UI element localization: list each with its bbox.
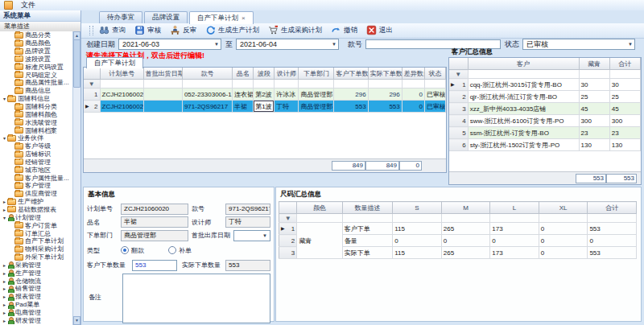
sidebar-item-业务伙伴[interactable]: ▾业务伙伴 — [0, 134, 73, 142]
column-header-差异数量[interactable]: 差异数量 — [402, 68, 424, 80]
sidebar-item-面辅料颜色[interactable]: 面辅料颜色 — [0, 110, 73, 118]
customer-total-cell[interactable]: 25 — [609, 91, 640, 103]
sidebar-item-Pad菜单[interactable]: ▸Pad菜单 — [0, 301, 73, 309]
customer-qty-cell[interactable]: 45 — [579, 103, 609, 115]
toolbar-button-生成采购计划[interactable]: 生成采购计划 — [268, 25, 322, 37]
cell[interactable]: 商品管理部 — [299, 88, 334, 101]
customer-qty-cell[interactable]: 300 — [579, 115, 609, 127]
size-qty-cell[interactable]: 0 — [441, 235, 490, 247]
cell[interactable]: 0 — [402, 101, 424, 113]
actual-qty-field[interactable]: 553 — [225, 260, 270, 271]
filter-cell[interactable] — [393, 214, 442, 223]
filter-funnel-icon[interactable]: ▼ — [84, 80, 100, 88]
cell[interactable]: 商品管理部 — [299, 101, 334, 113]
inner-tab-order-plan[interactable]: 自产下单计划 — [86, 57, 143, 68]
customer-row-5[interactable]: 5ssm-浙江杭州-订货专用-BO2323 — [449, 127, 641, 139]
cell[interactable] — [143, 88, 182, 101]
close-icon[interactable]: × — [242, 15, 246, 22]
tab-待办事宜[interactable]: 待办事宜 — [99, 11, 142, 23]
sidebar-item-基础数据报表[interactable]: ▸基础数据报表 — [0, 206, 73, 214]
sidebar-item-计划管理[interactable]: ▾计划管理 — [0, 213, 73, 221]
sidebar-item-品牌设置[interactable]: 品牌设置 — [0, 47, 73, 56]
column-header-计划单号[interactable]: 计划单号 — [100, 68, 143, 80]
column-header-合计[interactable]: 合计 — [609, 58, 640, 70]
qty-desc-cell[interactable]: 客户下单 — [342, 223, 393, 235]
column-header-下单部门[interactable]: 下单部门 — [299, 68, 334, 80]
chevron-open-icon[interactable]: ▾ — [2, 96, 7, 101]
sidebar-item-客户等级[interactable]: 客户等级 — [0, 142, 73, 150]
cell[interactable]: 第2波 — [254, 88, 275, 101]
date-to-combo[interactable]: 2021-06-04 ▼ — [236, 39, 339, 50]
product-field[interactable]: 半裙 — [121, 216, 188, 228]
customer-total-cell[interactable]: 130 — [609, 139, 640, 151]
tab-自产下单计划[interactable]: 自产下单计划× — [189, 11, 254, 24]
order-row-2[interactable]: ▶2ZCJH21060020971-2QS96217半裙第1波丁特商品管理部55… — [84, 101, 446, 113]
cell[interactable]: 许冰冰 — [275, 88, 299, 101]
row-indicator[interactable]: 6 — [449, 139, 468, 151]
order-row-1[interactable]: 1ZCJH21060024052-23303006-1连衣裙第2波许冰冰商品管理… — [84, 88, 446, 101]
row-indicator[interactable]: ▶1 — [279, 223, 297, 235]
tab-品牌设置[interactable]: 品牌设置 — [144, 11, 188, 23]
sidebar-item-客户订货单[interactable]: 客户订货单 — [0, 221, 73, 229]
cell[interactable]: 丁特 — [275, 101, 299, 113]
row-indicator[interactable]: 5 — [449, 127, 468, 139]
filter-cell[interactable] — [539, 214, 588, 223]
sidebar-item-外采下单计划[interactable]: 外采下单计划 — [0, 253, 73, 261]
chevron-closed-icon[interactable]: ▸ — [2, 207, 7, 212]
cell[interactable]: 296 — [368, 88, 402, 101]
style-no-field[interactable]: 971-2QS96217 — [225, 204, 270, 215]
sidebar-item-商品属性批量...[interactable]: 商品属性批量... — [0, 79, 73, 87]
size-qty-cell[interactable]: 265 — [441, 247, 490, 259]
designer-field[interactable]: 丁特 — [225, 216, 270, 228]
sidebar-item-尺码组定义[interactable]: 尺码组定义 — [0, 71, 73, 79]
cell[interactable]: 0 — [402, 88, 424, 101]
cell[interactable]: 连衣裙 — [233, 88, 254, 101]
cell[interactable]: 已审核 — [424, 101, 445, 113]
column-header-颜色[interactable]: 颜色 — [297, 202, 343, 214]
filter-cell[interactable] — [233, 80, 254, 88]
filter-cell[interactable] — [299, 80, 334, 88]
cell[interactable]: 半裙 — [233, 101, 254, 113]
size-qty-cell[interactable]: 0 — [588, 235, 637, 247]
sidebar-item-采购管理[interactable]: ▸采购管理 — [0, 261, 73, 269]
filter-cell[interactable] — [441, 214, 490, 223]
filter-cell[interactable] — [402, 80, 424, 88]
toolbar-button-查询[interactable]: 查询 — [99, 25, 126, 37]
customer-row-2[interactable]: 2qjr-浙江杭州-清江订货专用-BO2525 — [449, 91, 641, 103]
filter-cell[interactable] — [490, 214, 539, 223]
filter-cell[interactable] — [334, 80, 368, 88]
sidebar-item-生产维护[interactable]: ▸生产维护 — [0, 198, 73, 206]
chevron-open-icon[interactable]: ▾ — [2, 135, 7, 141]
sidebar-item-面辅料分类[interactable]: 面辅料分类 — [0, 103, 73, 111]
dept-field[interactable]: 商品管理部 — [121, 230, 188, 241]
filter-cell[interactable] — [182, 80, 232, 88]
filter-cell[interactable] — [588, 214, 637, 223]
column-header-波段[interactable]: 波段 — [254, 68, 275, 80]
cell[interactable]: ZCJH21060024 — [100, 88, 143, 101]
sidebar-item-订单汇总[interactable]: 订单汇总 — [0, 229, 73, 237]
customer-total-cell[interactable]: 45 — [609, 103, 640, 115]
customer-name-cell[interactable]: xzz_新中州4033-4035店铺 — [468, 103, 579, 115]
type-option2-label[interactable]: 补单 — [179, 246, 192, 255]
customer-name-cell[interactable]: sww-浙江杭州-6100订货专用-PO — [468, 115, 579, 127]
sidebar-item-研发管理[interactable]: ▸研发管理 — [0, 316, 73, 324]
sidebar-item-商品信息[interactable]: 商品信息 — [0, 87, 73, 95]
column-header-数量描述[interactable]: 数量描述 — [342, 202, 393, 214]
column-header-藏青[interactable]: 藏青 — [579, 58, 609, 70]
column-header-实际下单数量[interactable]: 实际下单数量 — [368, 68, 402, 80]
column-header-L[interactable]: L — [490, 202, 539, 214]
toolbar-button-退出[interactable]: 退出 — [366, 25, 393, 37]
sidebar-item-商品颜色[interactable]: 商品颜色 — [0, 39, 73, 47]
size-qty-cell[interactable]: 265 — [441, 223, 490, 235]
filter-funnel-icon[interactable]: ▼ — [279, 214, 297, 223]
column-header-XL[interactable]: XL — [539, 202, 588, 214]
sidebar-item-店铺标识[interactable]: 店铺标识 — [0, 150, 73, 158]
scroll-down-icon[interactable]: ▼ — [73, 316, 80, 325]
chevron-closed-icon[interactable]: ▸ — [2, 286, 7, 291]
column-header-款号[interactable]: 款号 — [182, 68, 232, 80]
chevron-down-icon[interactable]: ▼ — [262, 231, 267, 241]
cell[interactable]: 052-23303006-1 — [182, 88, 232, 101]
column-header-S[interactable]: S — [393, 202, 442, 214]
menu-file[interactable]: 文件 — [17, 0, 39, 10]
chevron-closed-icon[interactable]: ▸ — [2, 270, 7, 276]
